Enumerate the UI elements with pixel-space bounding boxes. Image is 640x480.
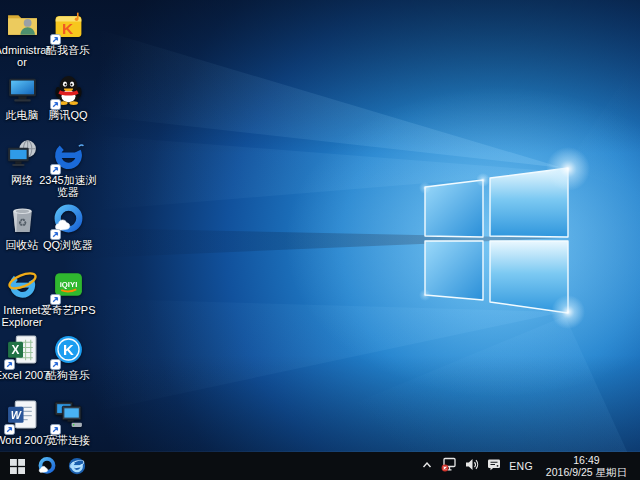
tray-network-button[interactable] — [437, 452, 461, 480]
word-icon: W — [6, 398, 39, 431]
kuwo-music-icon: K — [52, 8, 85, 41]
start-button[interactable] — [2, 452, 32, 480]
shortcut-arrow-icon — [50, 421, 61, 432]
clock-date: 2016/9/25 星期日 — [546, 466, 627, 479]
shortcut-arrow-icon — [50, 356, 61, 367]
clock-time: 16:49 — [546, 454, 627, 467]
taskbar: ENG 16:49 2016/9/25 星期日 — [0, 452, 640, 480]
tray-overflow-button[interactable] — [417, 452, 437, 480]
desktop-icon-iqiyi-pps[interactable]: iQIYI爱奇艺PPS — [46, 268, 90, 316]
svg-text:W: W — [10, 409, 21, 421]
desktop-icon-broadband-connection[interactable]: 宽带连接 — [46, 398, 90, 446]
network-disconnected-icon — [441, 457, 457, 476]
desktop-icon-label: 腾讯QQ — [39, 109, 97, 121]
tray-ime-button[interactable] — [483, 452, 505, 480]
system-tray: ENG 16:49 2016/9/25 星期日 — [417, 452, 640, 480]
tray-clock-button[interactable]: 16:49 2016/9/25 星期日 — [537, 452, 636, 480]
desktop-icon-2345-browser[interactable]: 2345加速浏览器 — [46, 138, 90, 198]
desktop-icon-label: 酷我音乐 — [39, 44, 97, 56]
taskbar-pinned-internet-explorer[interactable] — [62, 452, 92, 480]
tray-volume-button[interactable] — [461, 452, 483, 480]
shortcut-arrow-icon — [50, 96, 61, 107]
svg-text:K: K — [61, 20, 73, 37]
language-indicator: ENG — [509, 460, 533, 472]
shortcut-arrow-icon — [50, 31, 61, 42]
ime-panel-icon — [487, 457, 501, 475]
windows-start-icon — [10, 459, 25, 474]
desktop-icon-excel-2007[interactable]: XExcel 2007 — [0, 333, 44, 381]
network-globe-icon — [6, 138, 39, 171]
speaker-icon — [465, 457, 479, 475]
desktop-icon-qq-browser[interactable]: QQ浏览器 — [46, 203, 90, 251]
shortcut-arrow-icon — [50, 161, 61, 172]
kugou-music-icon: K — [52, 333, 85, 366]
shortcut-arrow-icon — [4, 421, 15, 432]
qq-penguin-icon — [52, 73, 85, 106]
svg-text:K: K — [63, 341, 74, 358]
desktop-icon-tencent-qq[interactable]: 腾讯QQ — [46, 73, 90, 121]
iqiyi-icon: iQIYI — [52, 268, 85, 301]
taskbar-left — [0, 452, 92, 480]
desktop-icon-internet-explorer[interactable]: Internet Explorer — [0, 268, 44, 328]
shortcut-arrow-icon — [50, 226, 61, 237]
desktop-icon-area: Administrator此电脑网络♻回收站Internet ExplorerX… — [0, 0, 640, 452]
shortcut-arrow-icon — [4, 356, 15, 367]
internet-explorer-icon — [6, 268, 39, 301]
desktop-icon-recycle-bin[interactable]: ♻回收站 — [0, 203, 44, 251]
desktop-icon-label: 爱奇艺PPS — [39, 304, 97, 316]
desktop-icon-label: 酷狗音乐 — [39, 369, 97, 381]
desktop-icon-label: QQ浏览器 — [39, 239, 97, 251]
svg-text:♻: ♻ — [17, 217, 26, 228]
qq-browser-icon — [52, 203, 85, 236]
desktop-icon-word-2007[interactable]: WWord 2007 — [0, 398, 44, 446]
shortcut-arrow-icon — [50, 291, 61, 302]
broadband-icon — [52, 398, 85, 431]
desktop-icon-this-pc[interactable]: 此电脑 — [0, 73, 44, 121]
qq-browser-icon — [37, 456, 57, 476]
desktop-icon-kugou-music[interactable]: K酷狗音乐 — [46, 333, 90, 381]
blue-e-browser-icon — [52, 138, 85, 171]
tray-language-button[interactable]: ENG — [505, 452, 537, 480]
desktop-icon-kuwo-music[interactable]: K酷我音乐 — [46, 8, 90, 56]
desktop-icon-network[interactable]: 网络 — [0, 138, 44, 186]
windows-desktop: Administrator此电脑网络♻回收站Internet ExplorerX… — [0, 0, 640, 480]
desktop-icon-label: 2345加速浏览器 — [39, 174, 97, 198]
desktop-icon-administrator[interactable]: Administrator — [0, 8, 44, 68]
ie-taskbar-icon — [67, 456, 87, 476]
svg-text:iQIYI: iQIYI — [59, 280, 77, 289]
computer-icon — [6, 73, 39, 106]
user-folder-icon — [6, 8, 39, 41]
chevron-up-icon — [421, 457, 433, 475]
desktop-icon-label: 宽带连接 — [39, 434, 97, 446]
taskbar-pinned-qq-browser[interactable] — [32, 452, 62, 480]
excel-icon: X — [6, 333, 39, 366]
recycle-bin-icon: ♻ — [6, 203, 39, 236]
